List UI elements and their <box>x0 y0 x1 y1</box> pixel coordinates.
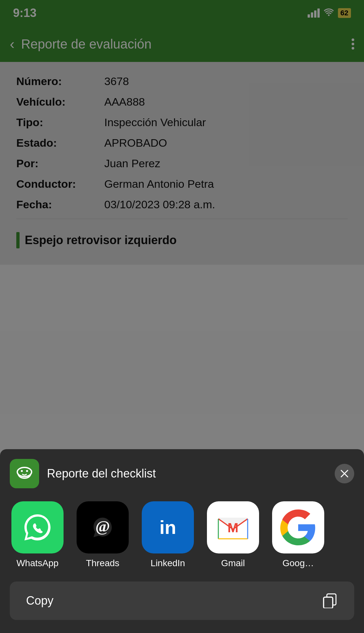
share-title: Reporte del checklist <box>47 467 327 480</box>
threads-icon: @ <box>77 501 129 553</box>
svg-text:M: M <box>227 521 238 535</box>
share-app-linkedin[interactable]: in LinkedIn <box>140 501 196 568</box>
svg-text:in: in <box>159 517 176 538</box>
share-apps-row: WhatsApp @ Threads in LinkedIn <box>10 501 354 568</box>
share-header: Reporte del checklist <box>10 459 354 488</box>
copy-label: Copy <box>26 594 53 608</box>
whatsapp-label: WhatsApp <box>16 558 58 568</box>
google-icon <box>272 501 324 553</box>
share-app-icon <box>10 459 39 488</box>
linkedin-icon: in <box>142 501 194 553</box>
linkedin-label: LinkedIn <box>151 558 185 568</box>
google-label: Goog… <box>283 558 314 568</box>
svg-rect-11 <box>324 597 333 608</box>
share-app-threads[interactable]: @ Threads <box>75 501 130 568</box>
whatsapp-icon <box>11 501 64 553</box>
svg-point-1 <box>21 470 23 472</box>
copy-button[interactable]: Copy <box>10 581 354 620</box>
gmail-icon: M <box>207 501 259 553</box>
share-sheet: Reporte del checklist WhatsApp <box>0 449 364 633</box>
threads-label: Threads <box>86 558 120 568</box>
share-app-google[interactable]: Goog… <box>270 501 326 568</box>
share-app-gmail[interactable]: M Gmail <box>205 501 261 568</box>
share-app-whatsapp[interactable]: WhatsApp <box>10 501 65 568</box>
svg-text:@: @ <box>95 518 110 535</box>
copy-icon <box>322 592 338 610</box>
svg-point-2 <box>26 470 28 472</box>
share-close-button[interactable] <box>335 464 354 483</box>
gmail-label: Gmail <box>221 558 245 568</box>
